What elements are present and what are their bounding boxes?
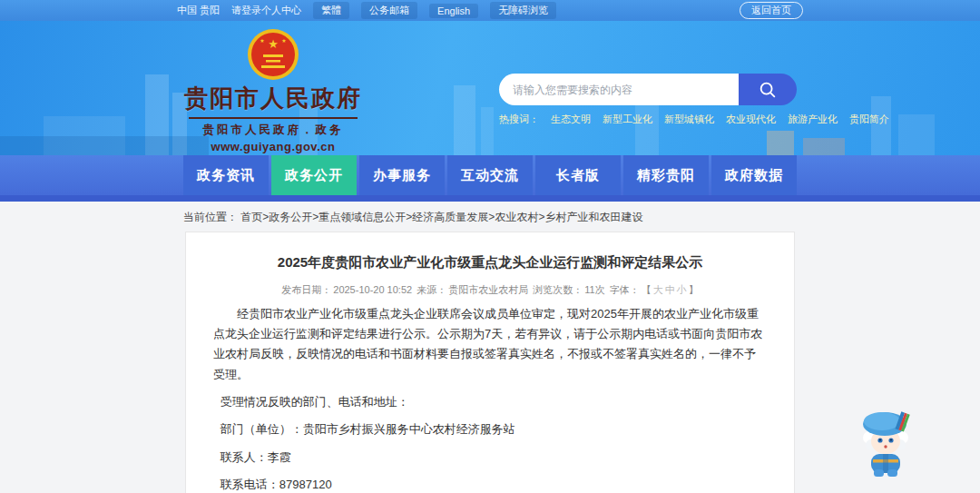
- return-home-button[interactable]: 返回首页: [740, 2, 803, 19]
- site-subtitle: 贵阳市人民政府．政务: [183, 123, 363, 138]
- hot-word-eco[interactable]: 生态文明: [551, 113, 591, 126]
- publish-date: 2025-10-20 10:52: [333, 284, 412, 295]
- site-url: www.guiyang.gov.cn: [183, 140, 363, 153]
- nav-item-gov-data[interactable]: 政府数据: [711, 155, 797, 195]
- hot-search-label: 热搜词：: [499, 113, 539, 126]
- link-china-guiyang[interactable]: 中国 贵阳: [177, 4, 220, 17]
- page: 中国 贵阳 请登录个人中心 繁體 公务邮箱 English 无障碍浏览 返回首页: [0, 0, 980, 493]
- top-utility-bar: 中国 贵阳 请登录个人中心 繁體 公务邮箱 English 无障碍浏览 返回首页: [0, 0, 980, 21]
- svg-text:★: ★: [260, 38, 264, 44]
- source-label: 来源：: [416, 284, 446, 295]
- contact-heading: 受理情况反映的部门、电话和地址：: [213, 392, 767, 412]
- font-size-medium-button[interactable]: 中: [665, 284, 675, 295]
- hot-word-tourism[interactable]: 旅游产业化: [788, 113, 838, 126]
- contact-phone: 联系电话：87987120: [213, 475, 767, 493]
- article-intro-paragraph: 经贵阳市农业产业化市级重点龙头企业联席会议成员单位审定，现对2025年开展的农业…: [213, 304, 767, 385]
- font-size-large-button[interactable]: 大: [653, 284, 663, 295]
- main-navigation: 政务资讯 政务公开 办事服务 互动交流 长者版 精彩贵阳 政府数据: [0, 155, 980, 202]
- site-title: 贵阳市人民政府: [183, 83, 363, 114]
- site-logo[interactable]: ★ ★ ★ 贵阳市人民政府 贵阳市人民政府．政务 www.guiyang.gov…: [183, 28, 363, 153]
- search-icon: [758, 80, 778, 100]
- link-accessibility[interactable]: 无障碍浏览: [490, 2, 556, 19]
- site-title-divider: [189, 117, 358, 119]
- breadcrumb-label: 当前位置：: [183, 211, 238, 223]
- search-area: 热搜词： 生态文明 新型工业化 新型城镇化 农业现代化 旅游产业化 贵阳简介: [499, 74, 797, 126]
- nav-item-interaction[interactable]: 互动交流: [447, 155, 533, 195]
- views-label: 浏览次数：: [533, 284, 583, 295]
- article-title: 2025年度贵阳市农业产业化市级重点龙头企业运行监测和评定结果公示: [213, 252, 767, 273]
- hot-word-agriculture[interactable]: 农业现代化: [726, 113, 776, 126]
- svg-text:★: ★: [268, 37, 279, 51]
- views-value: 11次: [584, 284, 604, 295]
- article-card: 2025年度贵阳市农业产业化市级重点龙头企业运行监测和评定结果公示 发布日期：2…: [185, 232, 795, 493]
- font-size-small-button[interactable]: 小: [677, 284, 687, 295]
- contact-person: 联系人：李霞: [213, 448, 767, 468]
- nav-item-senior-version[interactable]: 长者版: [535, 155, 621, 195]
- link-official-mail[interactable]: 公务邮箱: [361, 2, 417, 19]
- nav-item-splendid-guiyang[interactable]: 精彩贵阳: [623, 155, 709, 195]
- assistant-mascot[interactable]: [858, 405, 913, 481]
- hot-word-industry[interactable]: 新型工业化: [603, 113, 652, 126]
- hot-word-guiyang-intro[interactable]: 贵阳简介: [849, 113, 889, 126]
- publish-date-label: 发布日期：: [281, 284, 331, 295]
- font-bracket-close: 】: [689, 284, 699, 295]
- breadcrumb-path[interactable]: 首页>政务公开>重点领域信息公开>经济高质量发展>农业农村>乡村产业和农田建设: [240, 211, 642, 223]
- national-emblem-icon: ★ ★ ★: [247, 28, 299, 81]
- svg-text:★: ★: [281, 38, 286, 44]
- hot-word-urbanization[interactable]: 新型城镇化: [664, 113, 714, 126]
- breadcrumb: 当前位置： 首页>政务公开>重点领域信息公开>经济高质量发展>农业农村>乡村产业…: [183, 202, 797, 232]
- search-button[interactable]: [739, 74, 797, 105]
- article-meta: 发布日期：2025-10-20 10:52 来源：贵阳市农业农村局 浏览次数：1…: [213, 283, 767, 297]
- nav-bottom-band: [0, 195, 980, 202]
- site-banner: ★ ★ ★ 贵阳市人民政府 贵阳市人民政府．政务 www.guiyang.gov…: [0, 21, 980, 155]
- nav-item-news[interactable]: 政务资讯: [183, 155, 269, 195]
- link-login-personal-center[interactable]: 请登录个人中心: [231, 4, 301, 17]
- hot-search-row: 热搜词： 生态文明 新型工业化 新型城镇化 农业现代化 旅游产业化 贵阳简介: [499, 113, 797, 126]
- link-english[interactable]: English: [429, 4, 478, 18]
- search-input[interactable]: [499, 74, 739, 105]
- link-traditional-chinese[interactable]: 繁體: [313, 2, 349, 19]
- contact-department: 部门（单位）：贵阳市乡村振兴服务中心农村经济服务站: [213, 419, 767, 439]
- nav-item-gov-disclosure[interactable]: 政务公开: [271, 155, 357, 195]
- nav-item-services[interactable]: 办事服务: [359, 155, 445, 195]
- font-bracket-open: 【: [642, 284, 652, 295]
- mascot-icon: [858, 405, 913, 478]
- source-value: 贵阳市农业农村局: [448, 284, 528, 295]
- font-size-label: 字体：: [610, 284, 640, 295]
